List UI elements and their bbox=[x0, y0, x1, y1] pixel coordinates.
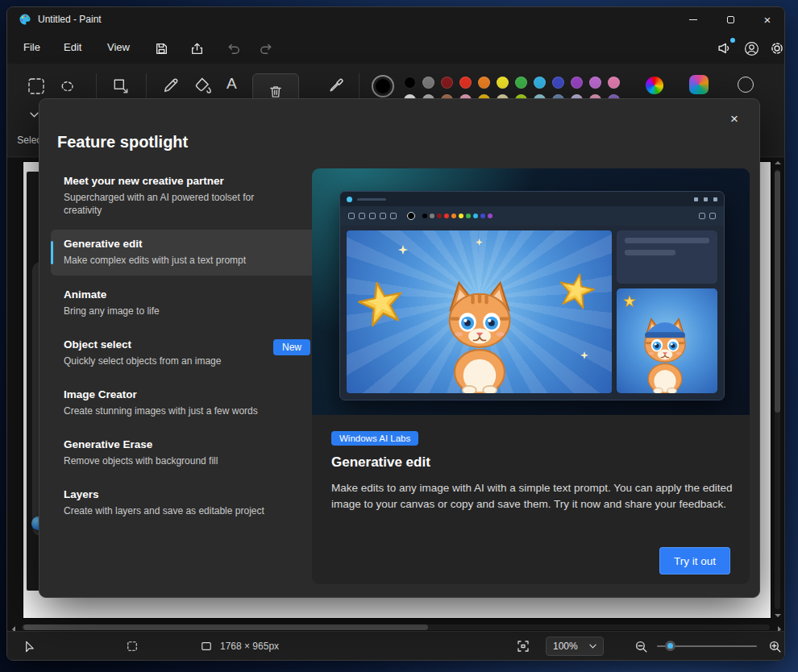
panel-line bbox=[625, 238, 709, 243]
star-left bbox=[354, 276, 409, 332]
feedback-megaphone-icon bbox=[717, 41, 731, 56]
redo-button[interactable] bbox=[256, 39, 276, 58]
close-icon: × bbox=[730, 111, 738, 127]
spotlight-item-generative-edit[interactable]: Generative edit Make complex edits with … bbox=[51, 230, 318, 275]
color-swatch bbox=[451, 214, 456, 218]
color-swatch[interactable] bbox=[404, 77, 416, 89]
color-swatch bbox=[473, 214, 478, 218]
item-title: Meet your new creative partner bbox=[64, 175, 305, 187]
color-swatch bbox=[437, 214, 442, 218]
mini-side-panel bbox=[617, 230, 717, 284]
dialog-title: Feature spotlight bbox=[57, 133, 188, 151]
spotlight-item-creative-partner[interactable]: Meet your new creative partner Superchar… bbox=[51, 167, 318, 225]
zoom-out-button[interactable] bbox=[634, 632, 648, 661]
text-tool-icon: A bbox=[227, 75, 237, 92]
spotlight-item-image-creator[interactable]: Image Creator Create stunning images wit… bbox=[51, 380, 318, 425]
zoom-slider-handle[interactable] bbox=[665, 641, 675, 651]
menu-view[interactable]: View bbox=[99, 31, 138, 64]
resize-tool[interactable] bbox=[112, 77, 130, 95]
spotlight-item-object-select[interactable]: Object select Quickly select objects fro… bbox=[51, 330, 318, 375]
spotlight-item-animate[interactable]: Animate Bring any image to life bbox=[51, 280, 318, 326]
undo-icon bbox=[227, 41, 241, 56]
resize-icon bbox=[112, 77, 130, 95]
dialog-close-button[interactable]: × bbox=[721, 107, 748, 131]
selected-color-indicator[interactable] bbox=[372, 75, 394, 97]
color-swatch bbox=[444, 214, 449, 218]
color-swatch[interactable] bbox=[441, 77, 453, 89]
color-swatch[interactable] bbox=[459, 77, 472, 89]
maximize-button[interactable] bbox=[712, 7, 749, 31]
color-swatch[interactable] bbox=[589, 77, 601, 89]
share-button[interactable] bbox=[186, 39, 207, 58]
mini-palette bbox=[422, 214, 493, 218]
scroll-down-arrow[interactable] bbox=[775, 614, 781, 617]
color-swatch[interactable] bbox=[534, 77, 546, 89]
color-swatch[interactable] bbox=[497, 77, 509, 89]
menubar: File Edit View bbox=[7, 31, 784, 64]
fill-tool[interactable] bbox=[194, 77, 212, 94]
text-tool[interactable]: A bbox=[227, 75, 237, 93]
mini-titlebar bbox=[340, 192, 724, 206]
settings-button[interactable] bbox=[767, 39, 785, 58]
hscroll-thumb[interactable] bbox=[23, 624, 428, 630]
spotlight-item-generative-erase[interactable]: Generative Erase Remove objects with bac… bbox=[51, 430, 318, 475]
rectangle-select-tool[interactable] bbox=[27, 77, 46, 96]
zoom-in-button[interactable] bbox=[768, 632, 782, 661]
eyedropper-icon bbox=[328, 77, 345, 94]
vscroll-track[interactable] bbox=[775, 169, 780, 609]
zoom-slider[interactable] bbox=[657, 645, 757, 647]
selection-dropdown-chevron[interactable] bbox=[30, 112, 39, 118]
color-swatch bbox=[459, 214, 463, 218]
rectangle-select-icon bbox=[27, 77, 46, 96]
close-button[interactable]: × bbox=[749, 7, 785, 31]
minimize-button[interactable] bbox=[675, 7, 712, 31]
copilot-icon[interactable] bbox=[689, 75, 709, 94]
cat-illustration bbox=[428, 276, 531, 393]
mini-toolbar bbox=[340, 206, 724, 226]
color-swatch[interactable] bbox=[515, 77, 527, 89]
item-desc: Remove objects with background fill bbox=[64, 454, 277, 467]
mini-cat-thumbnail bbox=[617, 288, 717, 393]
spotlight-item-layers[interactable]: Layers Create with layers and save as ed… bbox=[51, 480, 318, 525]
color-swatch[interactable] bbox=[478, 77, 490, 89]
color-swatch[interactable] bbox=[422, 77, 434, 89]
color-picker-tool[interactable] bbox=[328, 77, 345, 94]
freeform-select-tool[interactable] bbox=[59, 78, 76, 95]
vertical-scrollbar[interactable] bbox=[774, 161, 781, 617]
mini-content bbox=[347, 230, 717, 393]
maximize-icon bbox=[727, 16, 734, 23]
star-right bbox=[555, 269, 599, 313]
zoom-level-select[interactable]: 100% bbox=[546, 637, 604, 656]
save-button[interactable] bbox=[151, 39, 172, 58]
feature-detail-panel: Windows AI Labs Generative edit Make edi… bbox=[312, 168, 750, 584]
zoom-in-icon bbox=[768, 640, 782, 653]
hscroll-track[interactable] bbox=[22, 624, 770, 630]
feature-description: Make edits to any image with AI with a s… bbox=[331, 480, 733, 513]
item-desc: Create stunning images with just a few w… bbox=[64, 404, 277, 417]
item-title: Object select bbox=[64, 338, 305, 351]
color-swatch[interactable] bbox=[608, 77, 620, 89]
menu-edit[interactable]: Edit bbox=[56, 31, 89, 64]
color-swatch[interactable] bbox=[571, 77, 583, 89]
vscroll-thumb[interactable] bbox=[775, 171, 780, 413]
shapes-tool-icon[interactable] bbox=[738, 77, 754, 93]
item-desc: Supercharged with an AI powered toolset … bbox=[64, 191, 277, 217]
color-swatch bbox=[422, 214, 427, 218]
menu-file[interactable]: File bbox=[15, 31, 48, 64]
try-it-out-button[interactable]: Try it out bbox=[659, 547, 730, 575]
zoom-to-fit-button[interactable] bbox=[517, 632, 530, 661]
feedback-button[interactable] bbox=[713, 39, 734, 58]
scroll-up-arrow[interactable] bbox=[775, 161, 781, 164]
edit-colors-button[interactable] bbox=[646, 77, 663, 94]
window-title: Untitled - Paint bbox=[38, 14, 102, 25]
undo-button[interactable] bbox=[223, 39, 244, 58]
color-swatch[interactable] bbox=[552, 77, 564, 89]
sparkle bbox=[476, 239, 483, 246]
item-desc: Bring any image to life bbox=[64, 305, 277, 317]
share-icon bbox=[190, 42, 204, 56]
pencil-tool[interactable] bbox=[162, 77, 180, 94]
canvas-size-icon bbox=[201, 641, 212, 652]
cursor-icon bbox=[23, 641, 35, 653]
mini-canvas-cat-artwork bbox=[347, 230, 612, 393]
account-button[interactable] bbox=[741, 39, 762, 58]
